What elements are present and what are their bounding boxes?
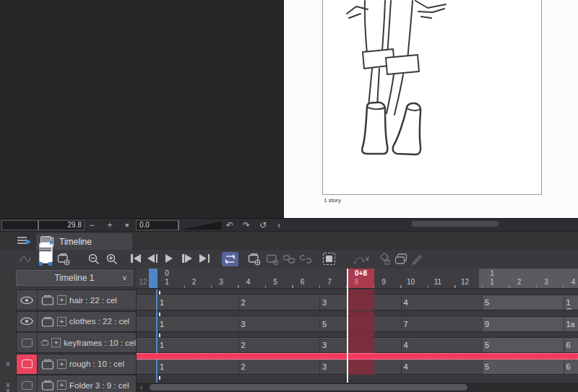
visibility-toggle-selected[interactable] — [16, 354, 38, 375]
zoom-in-button[interactable]: + — [104, 219, 116, 231]
visibility-toggle[interactable] — [16, 311, 38, 332]
visibility-checkbox[interactable] — [22, 381, 33, 390]
undo-button[interactable]: ↶ — [224, 219, 236, 231]
timeline-selector-dropdown[interactable]: Timeline 1 ∨ — [16, 270, 133, 286]
visibility-toggle[interactable] — [16, 375, 38, 392]
track-label-cell[interactable]: + clothes : 22 : cel — [37, 311, 137, 332]
keyframe-dropdown-chevron[interactable]: ∨ — [365, 255, 370, 262]
ruler-prev-frame: 12 — [137, 278, 154, 286]
reset-view-button[interactable]: ↺ — [257, 219, 269, 231]
track-label-cell[interactable]: + rough : 10 : cel — [37, 354, 137, 375]
go-to-last-frame-button[interactable] — [199, 254, 210, 263]
rotation-slider-handle[interactable] — [178, 220, 179, 230]
cel-icon — [41, 337, 48, 348]
rotation-wedge[interactable] — [181, 222, 222, 230]
track-cels[interactable]: 1 2 3 4 5 6 — [137, 332, 578, 353]
cel-number: 4 — [404, 362, 408, 371]
expand-track-button[interactable]: + — [57, 380, 66, 390]
zoom-out-timeline-icon[interactable] — [87, 253, 100, 266]
expand-track-button[interactable]: + — [51, 338, 61, 347]
previous-frame-button[interactable] — [147, 254, 158, 263]
timeline-toolbar: ∨ — [0, 250, 578, 269]
cel-number: 1a — [566, 320, 575, 328]
track-label-cell[interactable]: + hair : 22 : cel — [37, 289, 137, 310]
timeline-hscrollbar-thumb[interactable] — [150, 384, 467, 391]
new-timeline-icon[interactable] — [57, 253, 70, 266]
fit-to-screen-button[interactable]: ■ — [121, 219, 133, 231]
cel-number: 4 — [404, 298, 408, 307]
cel-number: 3 — [322, 341, 327, 349]
keyframe-interpolation-icon[interactable] — [353, 253, 366, 266]
eye-icon — [20, 296, 34, 305]
unlink-cels-icon[interactable] — [299, 253, 312, 266]
scroll-left-arrow[interactable]: ‹ — [140, 383, 142, 391]
timeline-track-hair: + hair : 22 : cel 1 2 3 4 5 1 C — [0, 289, 578, 311]
pencil-icon[interactable] — [410, 253, 423, 266]
timeline-track-clothes: + clothes : 22 : cel 1 3 5 7 9 1a — [0, 311, 578, 333]
track-name: clothes : 22 : cel — [69, 317, 129, 326]
cel-number: 2 — [241, 362, 246, 371]
ruler-ticks — [157, 285, 578, 288]
cel-number: 1 C — [566, 298, 578, 310]
cel-number: 9 — [485, 320, 489, 328]
expand-track-button[interactable]: + — [57, 360, 66, 369]
cel-number: 3 — [322, 362, 327, 371]
cel-number: 7 — [404, 320, 408, 328]
cel-number: 2 — [241, 298, 246, 307]
go-to-first-frame-button[interactable] — [131, 254, 141, 263]
cel-icon — [41, 359, 54, 370]
track-cels[interactable]: 1 2 3 4 5 1 C — [137, 289, 578, 310]
cel-number: 4 — [404, 341, 408, 349]
cel-number: 1 — [160, 362, 164, 371]
timeline-track-keyframes: + keyframes : 10 : cel 1 2 3 4 5 6 — [0, 332, 578, 354]
track-name: hair : 22 : cel — [69, 296, 117, 305]
visibility-toggle[interactable] — [16, 332, 38, 353]
timeline-tab-icon — [43, 237, 54, 248]
zoom-slider-handle[interactable] — [38, 220, 39, 230]
frame-ruler[interactable]: 12 0 0+8 1 1 2 3 4 5 6 7 8 9 10 11 12 1 … — [137, 269, 578, 289]
double-chevron-down-icon[interactable]: ∨∨ — [2, 381, 14, 392]
panel-menu-icon[interactable] — [17, 237, 29, 245]
collapse-bar-button[interactable]: ‹ — [273, 219, 285, 231]
expand-track-button[interactable]: + — [57, 317, 66, 326]
track-name: keyframes : 10 : cel — [64, 339, 136, 347]
rotation-field[interactable]: 0.0 — [136, 220, 179, 230]
zoom-out-button[interactable]: − — [86, 219, 98, 231]
panel-tab-bar: Timeline — [0, 231, 578, 250]
cel-icon — [41, 295, 54, 305]
delete-keyframe-icon[interactable] — [379, 253, 392, 266]
eye-icon — [20, 317, 34, 326]
cel-number: 1 — [160, 298, 164, 307]
zoom-in-timeline-icon[interactable] — [105, 253, 118, 266]
track-cels[interactable]: 1 3 5 7 9 1a — [137, 311, 578, 332]
cel-number: 3 — [241, 320, 246, 328]
timeline-edit-icon[interactable] — [38, 253, 51, 266]
onion-skin-settings-icon[interactable] — [394, 253, 407, 266]
canvas-hscrollbar-thumb[interactable] — [412, 221, 499, 227]
cel-number: 5 — [485, 362, 489, 371]
new-cel-folder-icon[interactable] — [266, 253, 279, 266]
link-cels-icon[interactable] — [282, 253, 296, 266]
page-label: 1 story — [324, 197, 341, 204]
app-window: 1 story 29.8 − + ■ 0.0 ↶ ↷ ↺ ‹ Timeline — [0, 0, 578, 392]
track-label-cell[interactable]: + Folder 3 : 9 : cel — [37, 375, 137, 392]
loop-play-button[interactable] — [222, 252, 238, 266]
zoom-slider-field[interactable]: 29.8 — [1, 220, 85, 230]
timeline-hscrollbar[interactable]: ‹ — [137, 383, 578, 392]
new-animation-cel-icon[interactable] — [248, 253, 261, 266]
track-label-cell[interactable]: + keyframes : 10 : cel — [37, 332, 137, 353]
playhead-line[interactable] — [347, 269, 348, 383]
cel-number: 5 — [322, 320, 327, 328]
redo-button[interactable]: ↷ — [241, 219, 252, 231]
canvas-viewport[interactable]: 1 story — [0, 0, 578, 218]
chevron-down-icon[interactable]: ∨ — [2, 360, 14, 367]
visibility-checkbox[interactable] — [22, 339, 33, 347]
play-button[interactable] — [165, 254, 173, 263]
next-frame-button[interactable] — [182, 254, 192, 263]
tab-timeline[interactable]: Timeline — [36, 233, 132, 251]
expand-track-button[interactable]: + — [57, 295, 66, 305]
visibility-checkbox[interactable] — [22, 360, 33, 368]
graph-editor-icon[interactable] — [19, 253, 32, 266]
enable-onion-skin-icon[interactable] — [323, 253, 335, 265]
visibility-toggle[interactable] — [16, 289, 38, 310]
